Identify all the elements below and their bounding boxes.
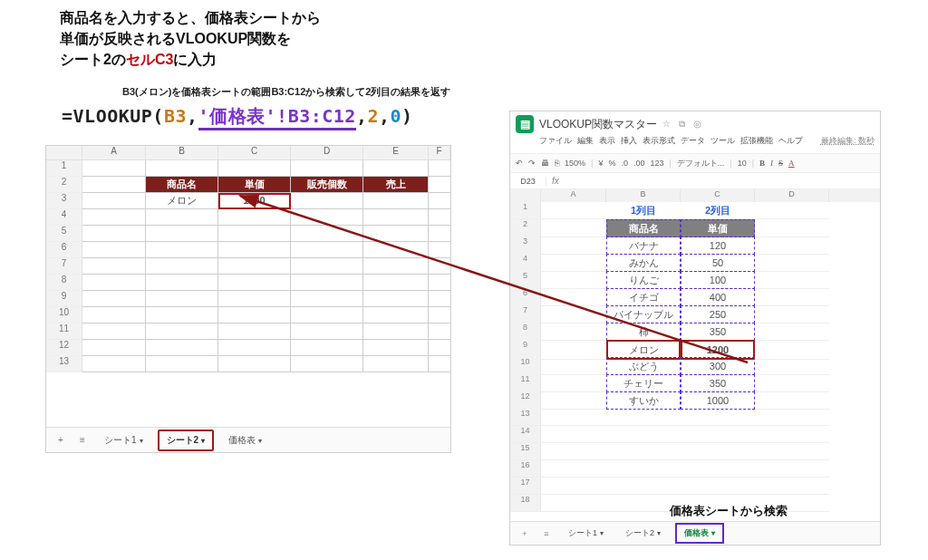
col-header-b[interactable]: B bbox=[606, 189, 681, 202]
cell[interactable]: 2列目 bbox=[681, 202, 755, 219]
cell[interactable] bbox=[541, 357, 606, 375]
row-number[interactable]: 3 bbox=[46, 193, 82, 209]
cell[interactable] bbox=[218, 226, 291, 242]
cell[interactable] bbox=[82, 242, 146, 258]
col-header-d[interactable]: D bbox=[291, 146, 363, 159]
col-header-c[interactable]: C bbox=[681, 189, 755, 202]
cell[interactable]: ぶどう bbox=[606, 357, 681, 375]
text-color-button[interactable]: A bbox=[788, 159, 795, 168]
cell[interactable] bbox=[606, 478, 681, 495]
cell[interactable] bbox=[146, 226, 218, 242]
cell[interactable] bbox=[291, 209, 363, 226]
row-number[interactable]: 16 bbox=[510, 460, 541, 478]
cell[interactable] bbox=[291, 258, 363, 275]
cell[interactable] bbox=[755, 254, 829, 272]
cell[interactable] bbox=[755, 323, 829, 341]
tab-sheet2[interactable]: シート2▾ bbox=[618, 525, 668, 542]
cell[interactable] bbox=[146, 323, 218, 340]
cell[interactable]: 商品名 bbox=[146, 177, 218, 193]
cell[interactable]: 販売個数 bbox=[291, 177, 363, 193]
row-number[interactable]: 10 bbox=[46, 307, 82, 323]
menu-edit[interactable]: 編集 bbox=[577, 135, 594, 147]
cell[interactable] bbox=[291, 307, 363, 323]
cell[interactable] bbox=[429, 291, 450, 307]
cell[interactable] bbox=[146, 258, 218, 275]
cell[interactable] bbox=[681, 409, 755, 426]
col-header-a[interactable]: A bbox=[541, 189, 606, 202]
cell[interactable] bbox=[541, 409, 606, 426]
menu-help[interactable]: ヘルプ bbox=[778, 135, 803, 147]
cell[interactable] bbox=[681, 460, 755, 478]
cell[interactable] bbox=[82, 209, 146, 226]
row-number[interactable]: 13 bbox=[46, 356, 82, 372]
decrease-decimal-button[interactable]: .0 bbox=[621, 159, 628, 168]
row-number[interactable]: 11 bbox=[46, 323, 82, 340]
cell[interactable] bbox=[429, 177, 450, 193]
all-sheets-button[interactable]: ≡ bbox=[75, 435, 90, 445]
tab-sheet2[interactable]: シート2▾ bbox=[158, 430, 215, 451]
cell[interactable] bbox=[291, 226, 363, 242]
cell[interactable] bbox=[681, 443, 755, 460]
italic-button[interactable]: I bbox=[770, 159, 773, 168]
cell[interactable]: 300 bbox=[681, 357, 755, 375]
cell[interactable] bbox=[82, 177, 146, 193]
row-number[interactable]: 1 bbox=[510, 202, 541, 219]
menu-view[interactable]: 表示 bbox=[599, 135, 615, 147]
percent-button[interactable]: % bbox=[608, 159, 615, 168]
cell[interactable] bbox=[363, 193, 429, 209]
cell[interactable] bbox=[218, 356, 291, 372]
row-number[interactable]: 10 bbox=[510, 357, 541, 375]
row-number[interactable]: 6 bbox=[46, 242, 82, 258]
cell[interactable] bbox=[541, 237, 606, 255]
cell[interactable] bbox=[363, 258, 429, 275]
row-number[interactable]: 17 bbox=[510, 478, 541, 495]
tab-pricetable[interactable]: 価格表▾ bbox=[675, 523, 724, 544]
cell[interactable] bbox=[218, 209, 291, 226]
cell[interactable] bbox=[218, 323, 291, 340]
cell[interactable] bbox=[363, 291, 429, 307]
cell[interactable] bbox=[82, 340, 146, 356]
cell[interactable] bbox=[363, 226, 429, 242]
increase-decimal-button[interactable]: .00 bbox=[633, 159, 645, 168]
menu-insert[interactable]: 挿入 bbox=[621, 135, 637, 147]
row-number[interactable]: 13 bbox=[510, 409, 541, 426]
cell[interactable] bbox=[82, 356, 146, 372]
cell[interactable] bbox=[146, 307, 218, 323]
currency-button[interactable]: ¥ bbox=[598, 159, 603, 168]
cell[interactable] bbox=[606, 426, 681, 443]
doc-name[interactable]: VLOOKUP関数マスター bbox=[539, 117, 657, 132]
cell[interactable] bbox=[291, 340, 363, 356]
cell[interactable] bbox=[82, 307, 146, 323]
cell[interactable] bbox=[82, 323, 146, 340]
cell[interactable]: 50 bbox=[681, 254, 755, 272]
cell[interactable] bbox=[429, 242, 450, 258]
cell[interactable] bbox=[218, 160, 291, 177]
row-number[interactable]: 5 bbox=[46, 226, 82, 242]
cell[interactable] bbox=[429, 340, 450, 356]
print-button[interactable]: 🖶 bbox=[541, 159, 549, 168]
cell[interactable] bbox=[755, 219, 829, 237]
cell[interactable] bbox=[82, 291, 146, 307]
cell[interactable] bbox=[429, 193, 450, 209]
cell[interactable] bbox=[218, 307, 291, 323]
cell[interactable]: 350 bbox=[681, 374, 755, 392]
row-number[interactable]: 15 bbox=[510, 443, 541, 460]
cell[interactable] bbox=[541, 254, 606, 272]
cell[interactable] bbox=[146, 356, 218, 372]
cell[interactable] bbox=[363, 307, 429, 323]
cell[interactable] bbox=[755, 202, 829, 219]
cell[interactable] bbox=[755, 443, 829, 460]
cell[interactable] bbox=[218, 340, 291, 356]
cell[interactable] bbox=[291, 242, 363, 258]
row-number[interactable]: 8 bbox=[46, 275, 82, 291]
cell[interactable] bbox=[146, 291, 218, 307]
cell[interactable] bbox=[755, 357, 829, 375]
col-header-e[interactable]: E bbox=[363, 146, 429, 159]
cell[interactable] bbox=[541, 219, 606, 237]
cell[interactable] bbox=[363, 242, 429, 258]
cell[interactable] bbox=[291, 323, 363, 340]
cell[interactable]: メロン bbox=[146, 193, 218, 209]
add-sheet-button[interactable]: + bbox=[53, 435, 68, 445]
tab-sheet1[interactable]: シート1▾ bbox=[561, 525, 611, 542]
cell[interactable] bbox=[541, 288, 606, 306]
